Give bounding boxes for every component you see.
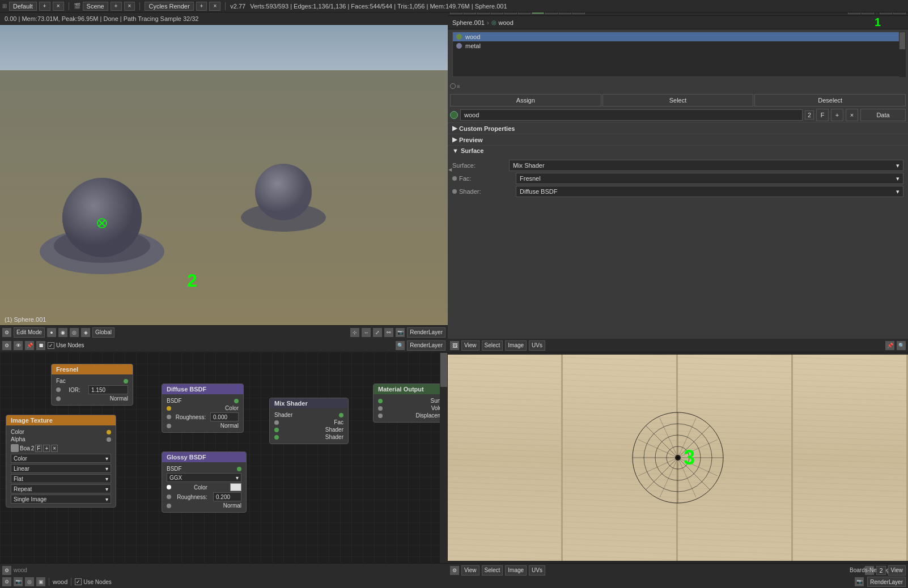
- it-x-btn[interactable]: ×: [51, 445, 58, 452]
- uv-view-dropdown[interactable]: View: [461, 340, 480, 351]
- node-snap-icon[interactable]: 🔲: [36, 341, 45, 350]
- render-layer-icon[interactable]: 📷: [396, 328, 405, 337]
- workspace-dropdown[interactable]: Default: [9, 2, 37, 11]
- select-button[interactable]: Select: [602, 94, 754, 106]
- deselect-button[interactable]: Deselect: [754, 94, 906, 106]
- bottom-icon-4[interactable]: ▣: [36, 577, 45, 586]
- bottom-use-nodes-checkbox[interactable]: [75, 578, 82, 585]
- assign-button[interactable]: Assign: [450, 94, 601, 106]
- section-preview[interactable]: ▶ Preview: [448, 134, 908, 145]
- svg-point-9: [255, 164, 312, 220]
- scene-remove-btn[interactable]: ×: [124, 2, 135, 11]
- fac-value[interactable]: Fresnel ▾: [516, 173, 903, 184]
- mat-slot-count: 2: [805, 110, 814, 120]
- breadcrumb-material[interactable]: wood: [499, 19, 514, 26]
- uv-image-btn[interactable]: Image: [505, 565, 527, 576]
- render-layer-dropdown[interactable]: RenderLayer: [407, 327, 445, 338]
- pivot-dropdown[interactable]: Global: [92, 327, 114, 338]
- renderer-add-btn[interactable]: +: [196, 2, 207, 11]
- mat-data-dropdown[interactable]: Data: [860, 109, 906, 121]
- mat-name-input[interactable]: [460, 109, 803, 121]
- node-view-icon[interactable]: 👁: [14, 341, 23, 350]
- bottom-icon-3[interactable]: ◎: [25, 577, 34, 586]
- scene-dropdown[interactable]: Scene: [83, 2, 108, 11]
- workspace-add-btn[interactable]: +: [39, 2, 50, 11]
- section-surface[interactable]: ▼ Surface: [448, 145, 908, 156]
- bottom-icon-1[interactable]: ⚙: [2, 577, 11, 586]
- use-nodes-checkbox[interactable]: [48, 342, 54, 349]
- material-list-scrollbar-thumb[interactable]: [899, 32, 905, 49]
- bottom-icon-2[interactable]: 📷: [14, 577, 23, 586]
- uv-uvs-dropdown[interactable]: UVs: [529, 340, 545, 351]
- render-layer-select[interactable]: RenderLayer: [407, 340, 445, 351]
- uv-view-mode-dropdown[interactable]: View: [888, 565, 906, 576]
- mat-plus-btn[interactable]: +: [831, 109, 843, 121]
- it-projection-dropdown[interactable]: Flat ▾: [11, 474, 111, 483]
- it-minus-btn[interactable]: +: [43, 445, 50, 452]
- mat-f-btn[interactable]: F: [816, 109, 829, 121]
- shader-dot: [452, 189, 457, 194]
- use-nodes-toggle[interactable]: Use Nodes: [48, 342, 84, 349]
- it-f-btn[interactable]: F: [35, 445, 42, 452]
- shading-icon-4[interactable]: ◈: [81, 328, 90, 337]
- props-collapse-handle[interactable]: ◀: [448, 164, 452, 175]
- node-type-icon[interactable]: ⚙: [2, 341, 11, 350]
- uv-bottom-icon[interactable]: ⚙: [450, 566, 459, 575]
- glossy-color-swatch[interactable]: [230, 483, 241, 491]
- bottom-use-nodes[interactable]: Use Nodes: [75, 578, 111, 585]
- material-item-wood[interactable]: wood: [453, 32, 903, 41]
- tool-icon-4[interactable]: ⚯: [384, 328, 393, 337]
- glossy-dist-dropdown[interactable]: GGX ▾: [167, 473, 241, 482]
- fresnel-ior-input[interactable]: [88, 385, 128, 394]
- it-interpolation-value: Linear: [14, 466, 29, 472]
- node-zoom-icon[interactable]: 🔍: [396, 341, 405, 350]
- mode-dropdown[interactable]: Edit Mode: [14, 327, 45, 338]
- uv-view-btn[interactable]: View: [461, 565, 480, 576]
- it-colorspace-dropdown[interactable]: Color ▾: [11, 454, 111, 463]
- mix-header: Mix Shader: [270, 398, 348, 408]
- shading-icon-2[interactable]: ◉: [58, 328, 67, 337]
- uv-pin-icon[interactable]: 📌: [885, 341, 894, 350]
- surface-surface-value[interactable]: Mix Shader ▾: [509, 160, 903, 171]
- uv-zoom-icon[interactable]: 🔍: [897, 341, 906, 350]
- mix-shader-out-row: Shader: [274, 412, 343, 418]
- workspace-remove-btn[interactable]: ×: [53, 2, 64, 11]
- section-custom-props[interactable]: ▶ Custom Properties: [448, 122, 908, 134]
- node-pin-icon[interactable]: 📌: [25, 341, 34, 350]
- uv-select-dropdown[interactable]: Select: [482, 340, 503, 351]
- bottom-render-dropdown[interactable]: RenderLayer: [867, 577, 906, 587]
- it-projection-value: Flat: [14, 476, 23, 482]
- diffuse-rough-input[interactable]: [210, 412, 239, 421]
- shading-icon-1[interactable]: ●: [47, 328, 56, 337]
- mat-x-btn[interactable]: ×: [846, 109, 858, 121]
- app-stats: Verts:593/593 | Edges:1,136/1,136 | Face…: [250, 3, 507, 10]
- shader-value[interactable]: Diffuse BSDF ▾: [516, 186, 903, 197]
- it-interpolation-dropdown[interactable]: Linear ▾: [11, 464, 111, 473]
- tool-icon-3[interactable]: ⤢: [373, 328, 382, 337]
- node-canvas-scrollbar-thumb[interactable]: [440, 353, 447, 387]
- glossy-rough-input[interactable]: [213, 492, 241, 501]
- scene-add-btn[interactable]: +: [111, 2, 122, 11]
- it-source-dropdown[interactable]: Single Image ▾: [11, 495, 111, 504]
- node-canvas-scrollbar[interactable]: [440, 352, 448, 563]
- breadcrumb-sphere[interactable]: Sphere.001: [452, 19, 485, 26]
- uv-uvs-btn[interactable]: UVs: [529, 565, 545, 576]
- tool-icon-1[interactable]: ⊹: [350, 328, 359, 337]
- mix-shader2-label: Shader: [325, 434, 343, 440]
- mat-output-title: Material Output: [378, 386, 424, 393]
- material-item-metal[interactable]: metal: [453, 41, 903, 50]
- uv-image-dropdown[interactable]: Image: [505, 340, 527, 351]
- it-extension-dropdown[interactable]: Repeat ▾: [11, 484, 111, 493]
- tool-icon-2[interactable]: ↔: [362, 328, 371, 337]
- mix-shader2-row: Shader: [274, 434, 343, 440]
- renderer-dropdown[interactable]: Cycles Render: [145, 2, 193, 11]
- viewport-main[interactable]: 2 (1) Sphere.001: [0, 25, 448, 325]
- mix-shader-out-label: Shader: [274, 412, 292, 418]
- node-bottom-icon[interactable]: ⚙: [2, 566, 11, 575]
- uv-select-btn[interactable]: Select: [482, 565, 503, 576]
- uv-type-icon[interactable]: 🖼: [450, 341, 459, 350]
- renderer-remove-btn[interactable]: ×: [209, 2, 220, 11]
- shading-icon-3[interactable]: ◎: [70, 328, 79, 337]
- material-list-scrollbar[interactable]: [899, 32, 906, 77]
- bottom-render-icon[interactable]: 📷: [855, 577, 864, 586]
